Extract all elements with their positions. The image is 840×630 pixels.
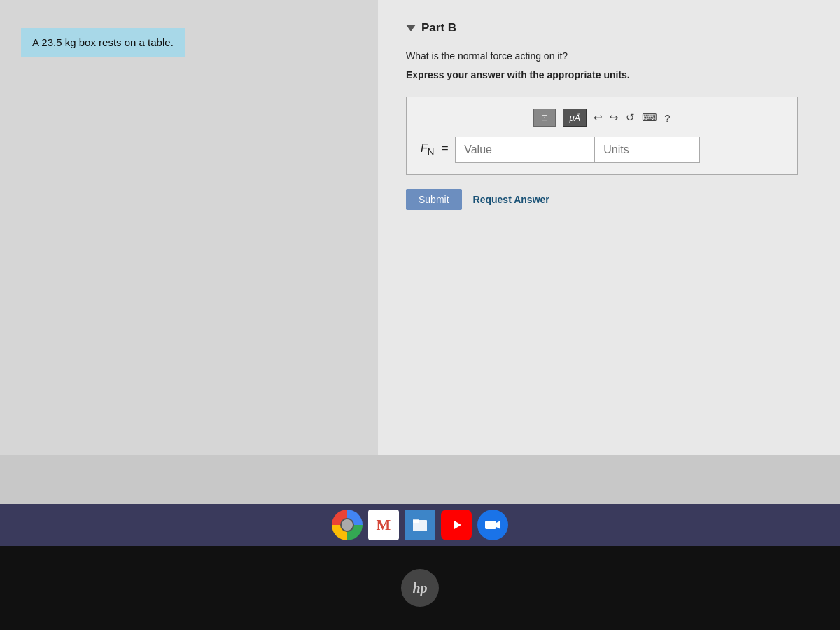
problem-statement: A 23.5 kg box rests on a table. [21,28,185,57]
value-input[interactable] [455,136,595,163]
svg-marker-5 [496,521,500,529]
units-input[interactable] [595,136,700,163]
svg-rect-4 [485,521,496,529]
part-b-header: Part B [406,21,812,35]
video-svg-icon [484,517,502,533]
mu-button[interactable]: μÅ [563,108,587,127]
buttons-row: Submit Request Answer [406,189,812,210]
fn-label: FN = [421,142,448,157]
matrix-button[interactable]: ⊡ [533,108,556,127]
gmail-letter: M [377,516,391,534]
collapse-arrow-icon[interactable] [406,24,416,31]
taskbar-youtube-icon[interactable] [441,510,472,540]
taskbar-files-icon[interactable] [405,510,435,540]
redo-icon[interactable]: ↪ [610,111,619,124]
left-panel: A 23.5 kg box rests on a table. [0,0,378,455]
svg-rect-2 [413,519,419,522]
question-line2: Express your answer with the appropriate… [406,68,812,83]
svg-marker-3 [454,521,461,529]
help-icon[interactable]: ? [664,112,670,124]
toolbar-row: ⊡ μÅ ↩ ↪ ↺ ⌨ ? [421,108,783,127]
bottom-area: hp [0,546,840,630]
part-b-title: Part B [421,21,456,35]
undo-icon[interactable]: ↩ [594,111,603,124]
taskbar-chrome-icon[interactable] [332,510,363,540]
taskbar-gmail-icon[interactable]: M [368,510,399,540]
input-row: FN = [421,136,783,163]
matrix-icon: ⊡ [541,113,548,122]
files-svg-icon [411,516,429,534]
answer-box: ⊡ μÅ ↩ ↪ ↺ ⌨ ? FN = [406,97,798,175]
mu-label: μÅ [569,113,580,123]
taskbar-video-icon[interactable] [477,510,508,540]
youtube-svg-icon [447,519,465,531]
reset-icon[interactable]: ↺ [626,111,635,124]
hp-circle: hp [401,569,439,607]
main-content: A 23.5 kg box rests on a table. Part B W… [0,0,840,455]
screen: A 23.5 kg box rests on a table. Part B W… [0,0,840,630]
right-panel: Part B What is the normal force acting o… [378,0,840,455]
hp-logo: hp [399,567,441,609]
taskbar: M [0,504,840,546]
submit-button[interactable]: Submit [406,189,462,210]
question-line1: What is the normal force acting on it? [406,49,812,64]
keyboard-icon[interactable]: ⌨ [642,111,657,124]
request-answer-link[interactable]: Request Answer [473,194,550,205]
